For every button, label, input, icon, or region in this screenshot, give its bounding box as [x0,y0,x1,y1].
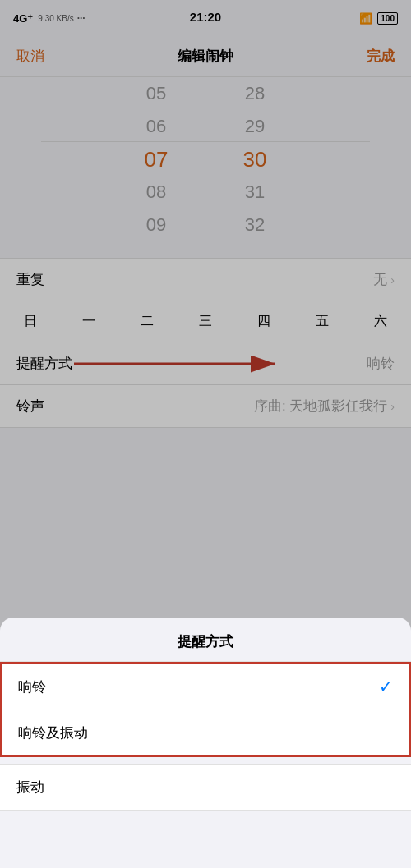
dots: ··· [77,12,85,24]
status-time: 21:20 [190,10,221,24]
chevron-icon: › [390,400,395,413]
reminder-row[interactable]: 提醒方式 响铃 [0,342,411,385]
option-ring-vibrate-label: 响铃及振动 [18,723,88,742]
reminder-label: 提醒方式 [16,354,72,373]
ringtone-label: 铃声 [16,397,44,416]
weekday-wed: 三 [192,313,219,330]
vibrate-label: 振动 [16,778,44,797]
settings-list: 重复 无 › 日 一 二 三 四 五 六 提醒方式 响铃 铃声 [0,258,411,428]
section-gap [0,241,411,258]
sheet-title: 提醒方式 [0,618,411,662]
sheet-bottom-gap [0,811,411,835]
battery-icon: 100 [377,12,398,25]
minute-selected: 30 [206,143,304,176]
hours-column[interactable]: 05 06 07 08 09 [107,77,206,241]
hour-item: 08 [107,176,206,209]
weekday-thu: 四 [250,313,278,330]
done-button[interactable]: 完成 [367,47,395,66]
page-title: 编辑闹钟 [178,47,233,66]
status-left: 4G⁺ 9.30 KB/s ··· [13,12,85,25]
bottom-sheet: 提醒方式 响铃 ✓ 响铃及振动 振动 [0,618,411,868]
status-right: 📶 100 [359,12,398,25]
red-arrow-icon [66,347,296,380]
weekday-tue: 二 [133,313,161,330]
repeat-row[interactable]: 重复 无 › [0,258,411,301]
sheet-gap [0,757,411,764]
ringtone-value: 序曲: 天地孤影任我行 › [254,397,395,416]
weekdays-row: 日 一 二 三 四 五 六 [0,301,411,342]
cancel-button[interactable]: 取消 [16,47,44,66]
hour-item: 06 [107,110,206,143]
weekday-sat: 六 [367,313,395,330]
network-speed: 9.30 KB/s [38,14,73,23]
time-picker[interactable]: 05 06 07 08 09 28 29 30 31 32 [0,77,411,241]
checkmark-icon: ✓ [379,677,393,696]
sheet-options: 响铃 ✓ 响铃及振动 [0,662,411,757]
nav-bar: 取消 编辑闹钟 完成 [0,36,411,77]
option-ring[interactable]: 响铃 ✓ [2,664,409,710]
minute-item: 29 [206,110,304,143]
signal-text: 4G⁺ [13,12,33,25]
repeat-label: 重复 [16,270,44,289]
hour-selected: 07 [107,143,206,176]
minute-item: 32 [206,209,304,241]
hour-item: 09 [107,209,206,241]
chevron-icon: › [390,273,395,287]
repeat-value: 无 › [373,270,395,289]
weekday-fri: 五 [308,313,336,330]
vibrate-row[interactable]: 振动 [0,764,411,811]
weekday-mon: 一 [75,313,103,330]
status-bar: 4G⁺ 9.30 KB/s ··· 21:20 📶 100 [0,0,411,36]
wifi-icon: 📶 [359,12,372,25]
hour-item: 05 [107,77,206,110]
minute-item: 28 [206,77,304,110]
minute-item: 31 [206,176,304,209]
reminder-value: 响铃 [367,354,395,373]
option-ring-vibrate[interactable]: 响铃及振动 [2,710,409,755]
option-ring-label: 响铃 [18,677,46,696]
weekday-sun: 日 [16,313,44,330]
minutes-column[interactable]: 28 29 30 31 32 [206,77,304,241]
ringtone-row[interactable]: 铃声 序曲: 天地孤影任我行 › [0,385,411,428]
